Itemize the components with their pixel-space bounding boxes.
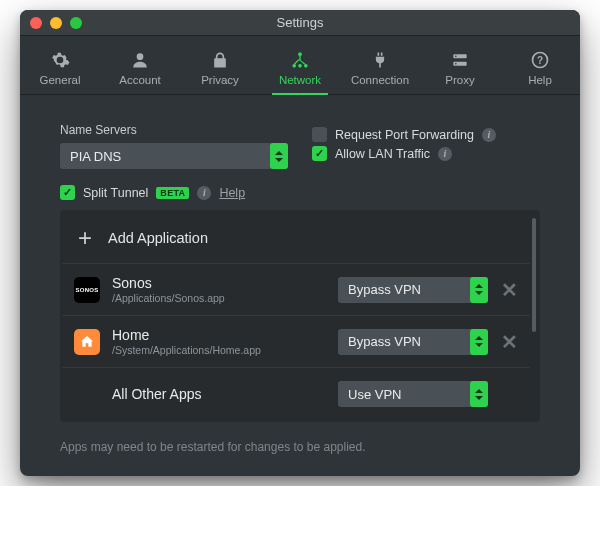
port-forwarding-checkbox[interactable]	[312, 127, 327, 142]
split-tunnel-label: Split Tunnel	[83, 186, 148, 200]
all-other-mode-select[interactable]: Use VPN	[338, 381, 488, 407]
select-stepper-icon	[270, 143, 288, 169]
tab-account[interactable]: Account	[100, 44, 180, 94]
split-tunnel-checkbox[interactable]	[60, 185, 75, 200]
remove-app-button[interactable]: ✕	[500, 278, 518, 302]
home-app-icon	[74, 329, 100, 355]
info-icon[interactable]: i	[482, 128, 496, 142]
tab-label: Proxy	[445, 74, 474, 86]
tab-label: General	[40, 74, 81, 86]
app-mode-value: Bypass VPN	[348, 282, 421, 297]
select-stepper-icon	[470, 381, 488, 407]
add-application-row[interactable]: + Add Application	[62, 212, 530, 264]
settings-window: Settings General Account Privacy Network	[20, 10, 580, 476]
gear-icon	[50, 50, 70, 70]
tab-help[interactable]: ? Help	[500, 44, 580, 94]
all-other-apps-row: All Other Apps Use VPN	[62, 368, 530, 420]
titlebar: Settings	[20, 10, 580, 36]
tab-proxy[interactable]: Proxy	[420, 44, 500, 94]
plus-icon: +	[74, 227, 96, 249]
window-title: Settings	[20, 15, 580, 30]
svg-point-7	[455, 55, 457, 57]
all-other-mode-value: Use VPN	[348, 387, 401, 402]
footer-note: Apps may need to be restarted for change…	[60, 440, 540, 454]
svg-point-0	[137, 53, 144, 60]
tab-network[interactable]: Network	[260, 44, 340, 94]
tab-privacy[interactable]: Privacy	[180, 44, 260, 94]
allow-lan-checkbox[interactable]	[312, 146, 327, 161]
split-tunnel-list: + Add Application SONOS Sonos /Applicati…	[60, 210, 540, 422]
app-mode-value: Bypass VPN	[348, 334, 421, 349]
tab-label: Network	[279, 74, 321, 86]
info-icon[interactable]: i	[197, 186, 211, 200]
tab-connection[interactable]: Connection	[340, 44, 420, 94]
add-application-label: Add Application	[108, 230, 208, 246]
help-icon: ?	[530, 50, 550, 70]
plug-icon	[370, 50, 390, 70]
beta-badge: BETA	[156, 187, 189, 199]
allow-lan-label: Allow LAN Traffic	[335, 147, 430, 161]
select-stepper-icon	[470, 277, 488, 303]
app-mode-select[interactable]: Bypass VPN	[338, 329, 488, 355]
app-path: /System/Applications/Home.app	[112, 344, 326, 356]
settings-content: Name Servers PIA DNS Request Port Forwar…	[20, 95, 580, 476]
app-mode-select[interactable]: Bypass VPN	[338, 277, 488, 303]
tab-label: Account	[119, 74, 161, 86]
network-icon	[290, 50, 310, 70]
name-servers-select[interactable]: PIA DNS	[60, 143, 288, 169]
person-icon	[130, 50, 150, 70]
svg-point-3	[298, 64, 302, 68]
sonos-app-icon: SONOS	[74, 277, 100, 303]
app-path: /Applications/Sonos.app	[112, 292, 326, 304]
tab-label: Privacy	[201, 74, 239, 86]
app-row: SONOS Sonos /Applications/Sonos.app Bypa…	[62, 264, 530, 316]
lock-icon	[210, 50, 230, 70]
tab-label: Help	[528, 74, 552, 86]
split-tunnel-help-link[interactable]: Help	[219, 186, 245, 200]
name-servers-value: PIA DNS	[70, 149, 121, 164]
app-row: Home /System/Applications/Home.app Bypas…	[62, 316, 530, 368]
scrollbar[interactable]	[532, 218, 536, 332]
tab-general[interactable]: General	[20, 44, 100, 94]
svg-point-2	[292, 64, 296, 68]
svg-point-8	[455, 63, 457, 65]
svg-text:?: ?	[537, 55, 543, 66]
name-servers-label: Name Servers	[60, 123, 288, 137]
app-name: Sonos	[112, 275, 326, 291]
svg-point-1	[298, 52, 302, 56]
port-forwarding-label: Request Port Forwarding	[335, 128, 474, 142]
select-stepper-icon	[470, 329, 488, 355]
tab-bar: General Account Privacy Network Connecti…	[20, 36, 580, 95]
server-icon	[450, 50, 470, 70]
all-other-label: All Other Apps	[112, 386, 326, 402]
remove-app-button[interactable]: ✕	[500, 330, 518, 354]
app-name: Home	[112, 327, 326, 343]
info-icon[interactable]: i	[438, 147, 452, 161]
tab-label: Connection	[351, 74, 409, 86]
